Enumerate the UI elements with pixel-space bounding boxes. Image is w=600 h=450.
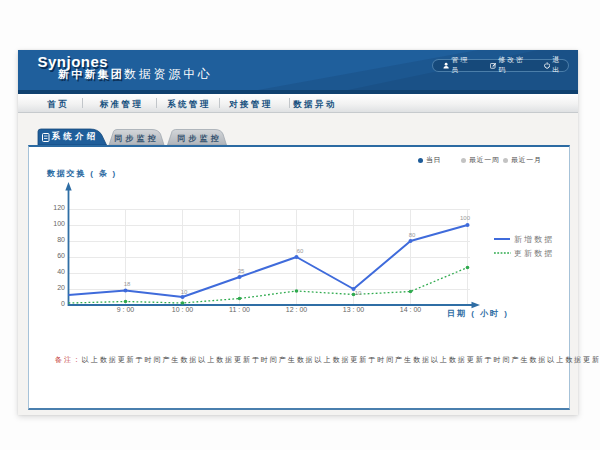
svg-text:60: 60 [57,252,65,259]
svg-text:14 : 00: 14 : 00 [400,306,422,313]
svg-text:100: 100 [53,220,65,227]
svg-text:18: 18 [124,281,131,287]
svg-text:11 : 00: 11 : 00 [229,306,250,313]
svg-text:更新数据: 更新数据 [514,249,554,258]
svg-text:9 : 00: 9 : 00 [117,306,135,313]
svg-text:20: 20 [57,284,65,291]
svg-text:100: 100 [460,215,471,221]
svg-text:12 : 00: 12 : 00 [286,306,308,313]
svg-text:80: 80 [57,236,65,243]
svg-text:13 : 00: 13 : 00 [343,306,365,313]
svg-text:10: 10 [181,289,188,295]
svg-text:10: 10 [355,290,362,296]
svg-text:新增数据: 新增数据 [514,235,554,244]
svg-text:120: 120 [53,204,65,211]
svg-text:80: 80 [409,232,416,238]
svg-text:40: 40 [57,268,65,275]
svg-text:日期 ( 小时 ): 日期 ( 小时 ) [447,309,509,318]
svg-text:10 : 00: 10 : 00 [172,306,194,313]
svg-text:0: 0 [61,300,65,307]
svg-text:35: 35 [238,268,245,274]
svg-text:60: 60 [297,248,304,254]
